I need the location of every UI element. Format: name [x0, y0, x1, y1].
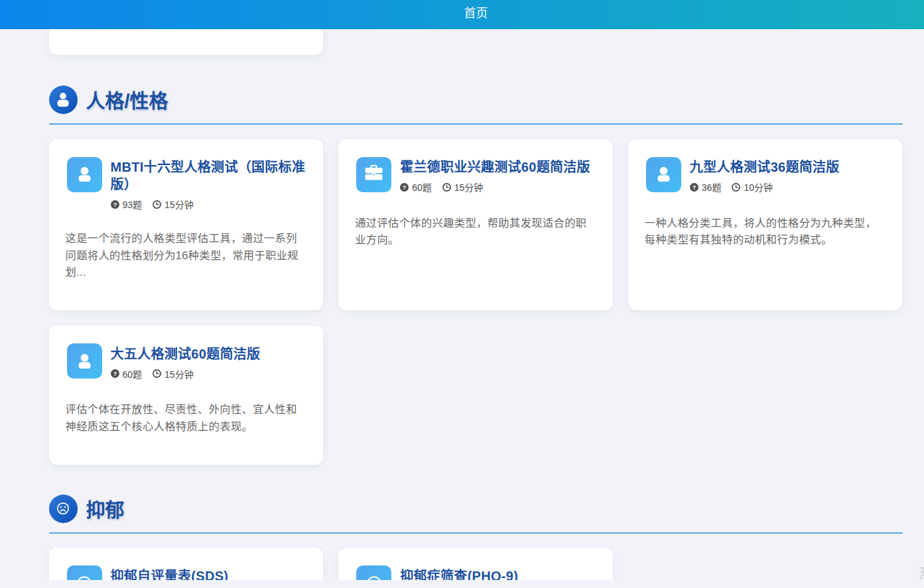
svg-text:?: ?: [113, 371, 117, 377]
svg-text:?: ?: [403, 184, 407, 190]
svg-text:?: ?: [113, 201, 117, 207]
svg-text:?: ?: [693, 184, 696, 190]
